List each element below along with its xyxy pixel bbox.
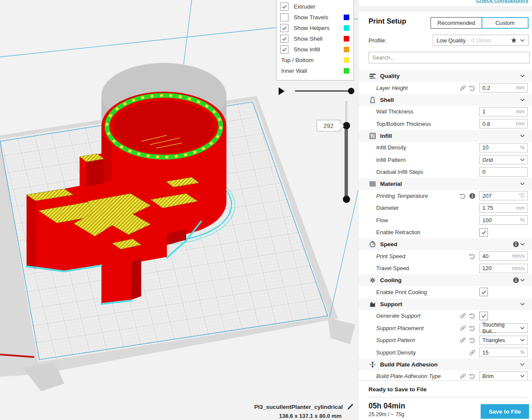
setting-checkbox[interactable] (479, 288, 488, 296)
legend-label: Inner Wall (281, 68, 307, 74)
support-icon (369, 301, 376, 307)
chevron-down-icon (520, 182, 525, 185)
chevron-down-icon (520, 363, 525, 366)
section-header-material[interactable]: Material (359, 178, 532, 190)
setting-label: Flow (376, 217, 388, 223)
model-info: PI3_sucullentPlanter_cylindrical 138.6 x… (254, 403, 354, 419)
search-input[interactable] (369, 52, 530, 63)
value-field[interactable]: 40mm/s (479, 251, 528, 261)
legend-checkbox[interactable] (280, 3, 288, 11)
value-field[interactable]: 10% (479, 143, 528, 152)
play-icon[interactable] (279, 87, 285, 95)
star-icon[interactable] (511, 37, 517, 43)
undo-icon[interactable] (469, 337, 476, 343)
value-field[interactable]: 15% (479, 348, 528, 357)
playback-slider[interactable] (295, 90, 351, 92)
value-field[interactable]: 0 (479, 167, 528, 177)
setting-label: Enable Print Cooling (376, 289, 427, 295)
chevron-down-icon (520, 134, 525, 137)
legend-label: Show Travels (294, 14, 328, 21)
setting-value: Touching Buil... (482, 322, 520, 334)
link-icon[interactable] (460, 85, 466, 91)
setting-row: Build Plate Adhesion TypeBrim (359, 370, 532, 381)
setting-value: 0.8 (482, 121, 490, 127)
setting-value: 0.2 (482, 85, 490, 91)
legend-checkbox[interactable] (280, 45, 288, 54)
chevron-down-icon (520, 74, 525, 77)
check-icon (481, 313, 487, 319)
undo-icon[interactable] (469, 253, 476, 259)
playback-slider-handle[interactable] (348, 88, 354, 94)
undo-icon[interactable] (469, 373, 476, 379)
setting-label: Support Pattern (376, 337, 415, 343)
check-compatibility-link[interactable]: Check compatibility (476, 0, 529, 3)
section-header-infill[interactable]: Infill (359, 130, 532, 142)
setting-dropdown[interactable]: Touching Buil... (479, 323, 528, 333)
setting-label: Layer Height (376, 85, 408, 91)
value-field[interactable]: 0.2mm (479, 83, 528, 92)
value-field[interactable]: 0.8mm (479, 119, 528, 128)
custom-button[interactable]: Custom (481, 17, 529, 29)
section-header-speed[interactable]: Speed (359, 238, 532, 250)
chevron-down-icon (520, 98, 525, 101)
section-header-shell[interactable]: Shell (359, 94, 532, 106)
save-to-file-button[interactable]: Save to File (481, 404, 529, 419)
setting-row: Support Density15% (359, 346, 532, 359)
legend-checkbox[interactable] (280, 13, 288, 21)
setting-label: Wall Thickness (376, 108, 413, 115)
chevron-down-icon (520, 327, 525, 330)
legend-color-swatch (344, 57, 349, 63)
link-icon[interactable] (460, 313, 466, 319)
link-icon[interactable] (460, 337, 466, 343)
setting-value: 1 (482, 108, 485, 115)
setting-value: 120 (482, 265, 492, 271)
legend-checkbox[interactable] (280, 24, 288, 32)
setting-unit: mm (516, 121, 525, 127)
undo-icon[interactable] (469, 313, 476, 319)
value-field[interactable]: 120mm/s (479, 264, 528, 273)
setting-unit: °C (519, 193, 525, 199)
profile-dropdown[interactable]: Low Quality - 0.15mm (433, 35, 529, 46)
layer-slider-track[interactable] (345, 125, 348, 199)
legend-label: Extruder (294, 3, 315, 10)
undo-icon[interactable] (469, 325, 476, 331)
check-icon (282, 25, 287, 31)
setting-checkbox[interactable] (479, 312, 488, 320)
value-field[interactable]: 100% (479, 215, 528, 225)
layer-value: 292 (324, 122, 333, 129)
legend-checkbox[interactable] (280, 35, 288, 43)
link-icon[interactable] (460, 373, 466, 379)
setting-row: Generate Support (359, 310, 532, 322)
setting-dropdown[interactable]: Grid (479, 155, 528, 164)
value-field[interactable]: 207°C (479, 191, 528, 200)
layer-slider-handle-bottom[interactable] (343, 196, 350, 203)
undo-icon[interactable] (469, 85, 476, 91)
value-field[interactable]: 1mm (479, 107, 528, 116)
info-icon[interactable] (469, 193, 476, 199)
info-icon[interactable] (513, 241, 519, 247)
viewport-3d[interactable]: ExtruderShow TravelsShow HelpersShow She… (0, 0, 358, 420)
info-icon[interactable] (513, 277, 519, 283)
setting-dropdown[interactable]: Brim (479, 372, 528, 380)
profile-value: Low Quality (437, 37, 466, 44)
view-legend: ExtruderShow TravelsShow HelpersShow She… (276, 0, 354, 80)
section-header-quality[interactable]: Quality (359, 70, 532, 82)
section-header-adhesion[interactable]: Build Plate Adhesion (359, 359, 532, 370)
value-field[interactable]: 1.75mm (479, 203, 528, 213)
setting-unit: mm (516, 205, 525, 211)
legend-item: Inner Wall (276, 66, 354, 76)
setting-dropdown[interactable]: Triangles (479, 336, 528, 345)
undo-icon[interactable] (460, 193, 466, 199)
setting-row: Infill Density10% (359, 142, 532, 154)
link-icon[interactable] (469, 349, 476, 356)
setting-checkbox[interactable] (479, 228, 488, 237)
layer-value-tooltip: 292 (317, 120, 340, 131)
chevron-down-icon (520, 243, 525, 246)
section-header-support[interactable]: Support (359, 298, 532, 310)
recommended-button[interactable]: Recommended (431, 17, 482, 29)
link-icon[interactable] (460, 325, 466, 331)
status-text: Ready to Save to File (369, 386, 427, 393)
section-header-cooling[interactable]: Cooling (359, 274, 532, 286)
edit-pencil-icon[interactable] (347, 403, 354, 411)
setting-row: Diameter1.75mm (359, 202, 532, 214)
